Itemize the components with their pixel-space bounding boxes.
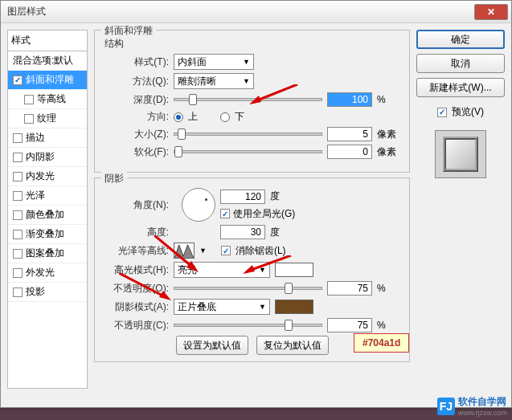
bevel-preview-icon [443, 137, 478, 172]
styles-header: 样式 [7, 30, 88, 51]
depth-unit: % [377, 94, 403, 105]
checkbox-icon[interactable] [13, 153, 23, 162]
direction-down-radio[interactable] [220, 112, 230, 122]
style-label: 图案叠加 [26, 247, 64, 260]
close-button[interactable]: ✕ [474, 4, 508, 20]
chevron-down-icon: ▼ [259, 303, 266, 311]
method-label: 方法(Q): [101, 75, 169, 88]
shadow-mode-value: 正片叠底 [178, 300, 216, 314]
style-label: 渐变叠加 [26, 227, 64, 241]
checkbox-icon[interactable] [13, 249, 23, 259]
highlight-opacity-slider[interactable] [174, 287, 322, 290]
preview-checkbox[interactable] [437, 108, 447, 117]
dialog-title: 图层样式 [7, 5, 474, 18]
style-label: 样式(T): [101, 55, 169, 69]
reset-default-button[interactable]: 复位为默认值 [256, 336, 329, 355]
shadow-mode-select[interactable]: 正片叠底 ▼ [174, 299, 270, 315]
highlight-mode-label: 高光模式(H): [101, 263, 169, 277]
altitude-input[interactable]: 30 [220, 225, 265, 239]
watermark-text: 软件自学网 [458, 396, 506, 407]
style-item-contour[interactable]: 等高线 [8, 90, 87, 109]
checkbox-icon[interactable] [24, 114, 34, 124]
watermark-icon: FJ [437, 398, 455, 415]
shadow-opacity-slider[interactable] [174, 324, 322, 327]
checkbox-icon[interactable] [13, 75, 23, 85]
method-select[interactable]: 雕刻清晰 ▼ [174, 73, 254, 89]
method-value: 雕刻清晰 [178, 75, 216, 88]
new-style-button[interactable]: 新建样式(W)... [416, 78, 505, 97]
style-label: 描边 [26, 131, 45, 145]
highlight-mode-select[interactable]: 亮光 ▼ [174, 262, 270, 278]
angle-unit: 度 [270, 190, 280, 203]
angle-input[interactable]: 120 [220, 190, 265, 204]
set-default-button[interactable]: 设置为默认值 [176, 336, 248, 355]
style-item-texture[interactable]: 纹理 [8, 109, 87, 128]
style-item-bevel[interactable]: 斜面和浮雕 [8, 71, 87, 90]
chevron-down-icon: ▼ [243, 58, 250, 66]
titlebar[interactable]: 图层样式 ✕ [1, 1, 511, 23]
angle-label: 角度(N): [101, 198, 169, 212]
size-slider[interactable] [174, 133, 322, 136]
style-item-color-overlay[interactable]: 颜色叠加 [8, 206, 87, 225]
color-callout: #704a1d [354, 333, 409, 353]
checkbox-icon[interactable] [13, 191, 23, 201]
antialias-checkbox[interactable] [221, 246, 231, 255]
shadow-color-swatch[interactable] [275, 300, 313, 314]
watermark: FJ 软件自学网 www.rjzxw.com [437, 395, 507, 417]
soften-input[interactable]: 0 [327, 145, 372, 159]
down-label: 下 [235, 110, 244, 124]
style-item-pattern-overlay[interactable]: 图案叠加 [8, 244, 87, 263]
size-unit: 像素 [377, 128, 403, 141]
right-panel: 确定 取消 新建样式(W)... 预览(V) [416, 30, 505, 401]
up-label: 上 [188, 110, 198, 124]
checkbox-icon[interactable] [13, 287, 23, 297]
style-label: 外发光 [26, 266, 55, 279]
style-label: 内发光 [26, 169, 55, 183]
style-label: 等高线 [37, 92, 66, 106]
style-item-inner-glow[interactable]: 内发光 [8, 167, 87, 186]
depth-input[interactable]: 100 [327, 92, 372, 107]
gloss-contour-picker[interactable] [174, 243, 195, 259]
style-item-stroke[interactable]: 描边 [8, 128, 87, 148]
soften-slider[interactable] [174, 150, 322, 153]
styles-panel: 样式 混合选项:默认 斜面和浮雕 等高线 纹理 [7, 30, 88, 401]
checkbox-icon[interactable] [13, 268, 23, 278]
style-label: 内阴影 [26, 150, 55, 164]
highlight-opacity-unit: % [377, 283, 403, 294]
chevron-down-icon[interactable]: ▼ [199, 247, 207, 255]
style-item-gradient-overlay[interactable]: 渐变叠加 [8, 225, 87, 244]
ok-button[interactable]: 确定 [416, 30, 505, 49]
blend-options-row[interactable]: 混合选项:默认 [8, 51, 87, 71]
style-item-outer-glow[interactable]: 外发光 [8, 263, 87, 283]
shadow-opacity-input[interactable]: 75 [327, 318, 372, 332]
shadow-opacity-unit: % [377, 320, 403, 331]
checkbox-icon[interactable] [13, 230, 23, 239]
global-light-checkbox[interactable] [220, 209, 230, 218]
checkbox-icon[interactable] [13, 210, 23, 220]
highlight-color-swatch[interactable] [275, 263, 313, 277]
style-item-satin[interactable]: 光泽 [8, 186, 87, 206]
structure-legend: 结构 [101, 38, 127, 49]
checkbox-icon[interactable] [13, 172, 23, 181]
preview-thumbnail [435, 130, 486, 178]
depth-slider[interactable] [174, 98, 322, 101]
soften-unit: 像素 [377, 145, 403, 159]
direction-label: 方向: [101, 110, 169, 124]
style-item-inner-shadow[interactable]: 内阴影 [8, 148, 87, 167]
cancel-button[interactable]: 取消 [416, 54, 505, 73]
direction-up-radio[interactable] [174, 112, 183, 122]
antialias-label: 消除锯齿(L) [236, 244, 286, 258]
style-item-drop-shadow[interactable]: 投影 [8, 283, 87, 302]
checkbox-icon[interactable] [13, 133, 23, 143]
size-input[interactable]: 5 [327, 127, 372, 141]
color-hex-text: #704a1d [362, 337, 400, 349]
style-label: 纹理 [37, 112, 56, 125]
chevron-down-icon: ▼ [259, 266, 266, 274]
shadow-opacity-label: 不透明度(C): [101, 319, 169, 332]
style-value: 内斜面 [178, 55, 207, 69]
style-select[interactable]: 内斜面 ▼ [174, 54, 254, 70]
checkbox-icon[interactable] [24, 95, 34, 104]
highlight-opacity-input[interactable]: 75 [327, 281, 372, 296]
angle-dial[interactable] [182, 188, 215, 222]
style-label: 投影 [26, 285, 45, 299]
